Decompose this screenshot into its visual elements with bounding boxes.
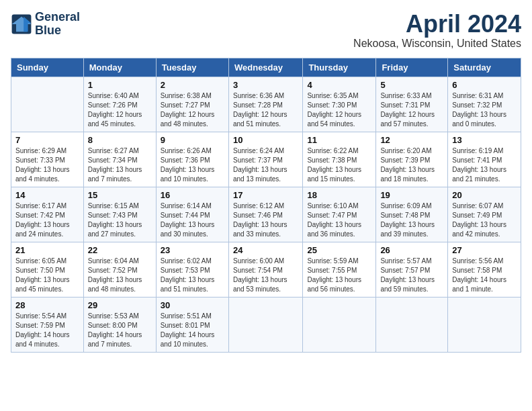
day-info: Sunrise: 6:26 AM Sunset: 7:36 PM Dayligh…: [161, 146, 224, 184]
calendar-cell: 5Sunrise: 6:33 AM Sunset: 7:31 PM Daylig…: [376, 77, 448, 132]
day-number: 16: [161, 190, 224, 200]
calendar-cell: 19Sunrise: 6:09 AM Sunset: 7:48 PM Dayli…: [376, 187, 448, 242]
day-info: Sunrise: 6:36 AM Sunset: 7:28 PM Dayligh…: [233, 91, 298, 129]
col-header-thursday: Thursday: [303, 58, 376, 77]
month-title: April 2024: [353, 11, 521, 38]
calendar-cell: 28Sunrise: 5:54 AM Sunset: 7:59 PM Dayli…: [11, 297, 84, 352]
calendar-table: SundayMondayTuesdayWednesdayThursdayFrid…: [11, 58, 521, 353]
calendar-cell: 6Sunrise: 6:31 AM Sunset: 7:32 PM Daylig…: [448, 77, 521, 132]
day-info: Sunrise: 5:59 AM Sunset: 7:55 PM Dayligh…: [307, 257, 371, 294]
calendar-cell: 23Sunrise: 6:02 AM Sunset: 7:53 PM Dayli…: [156, 242, 228, 297]
day-number: 28: [15, 300, 79, 310]
day-info: Sunrise: 6:35 AM Sunset: 7:30 PM Dayligh…: [307, 91, 371, 129]
day-info: Sunrise: 6:12 AM Sunset: 7:46 PM Dayligh…: [233, 201, 298, 239]
day-number: 3: [233, 80, 298, 90]
logo-line1: General: [35, 11, 80, 24]
day-info: Sunrise: 6:33 AM Sunset: 7:31 PM Dayligh…: [380, 91, 443, 129]
calendar-cell: 17Sunrise: 6:12 AM Sunset: 7:46 PM Dayli…: [228, 187, 302, 242]
calendar-cell: 3Sunrise: 6:36 AM Sunset: 7:28 PM Daylig…: [228, 77, 302, 132]
day-number: 23: [161, 245, 224, 255]
day-number: 18: [307, 190, 371, 200]
calendar-cell: 14Sunrise: 6:17 AM Sunset: 7:42 PM Dayli…: [11, 187, 84, 242]
calendar-cell: 9Sunrise: 6:26 AM Sunset: 7:36 PM Daylig…: [156, 132, 228, 187]
calendar-cell: 2Sunrise: 6:38 AM Sunset: 7:27 PM Daylig…: [156, 77, 228, 132]
day-info: Sunrise: 6:20 AM Sunset: 7:39 PM Dayligh…: [380, 146, 443, 184]
calendar-cell: 22Sunrise: 6:04 AM Sunset: 7:52 PM Dayli…: [83, 242, 156, 297]
logo-icon: [11, 13, 32, 35]
col-header-wednesday: Wednesday: [228, 58, 302, 77]
day-number: 2: [161, 80, 224, 90]
calendar-cell: 7Sunrise: 6:29 AM Sunset: 7:33 PM Daylig…: [11, 132, 84, 187]
day-number: 12: [380, 135, 443, 145]
day-number: 1: [88, 80, 152, 90]
day-info: Sunrise: 6:10 AM Sunset: 7:47 PM Dayligh…: [307, 201, 371, 239]
calendar-cell: 11Sunrise: 6:22 AM Sunset: 7:38 PM Dayli…: [303, 132, 376, 187]
day-info: Sunrise: 6:14 AM Sunset: 7:44 PM Dayligh…: [161, 201, 224, 239]
calendar-cell: 21Sunrise: 6:05 AM Sunset: 7:50 PM Dayli…: [11, 242, 84, 297]
day-info: Sunrise: 6:02 AM Sunset: 7:53 PM Dayligh…: [161, 257, 224, 294]
logo-text: General Blue: [35, 11, 80, 38]
day-info: Sunrise: 6:07 AM Sunset: 7:49 PM Dayligh…: [452, 201, 517, 239]
day-number: 10: [233, 135, 298, 145]
day-info: Sunrise: 6:31 AM Sunset: 7:32 PM Dayligh…: [452, 91, 517, 129]
day-number: 15: [88, 190, 152, 200]
day-info: Sunrise: 6:05 AM Sunset: 7:50 PM Dayligh…: [15, 257, 79, 294]
day-info: Sunrise: 5:57 AM Sunset: 7:57 PM Dayligh…: [380, 257, 443, 294]
day-number: 14: [15, 190, 79, 200]
day-number: 7: [15, 135, 79, 145]
day-info: Sunrise: 6:29 AM Sunset: 7:33 PM Dayligh…: [15, 146, 79, 184]
day-info: Sunrise: 6:22 AM Sunset: 7:38 PM Dayligh…: [307, 146, 371, 184]
calendar-cell: [228, 297, 302, 352]
calendar-cell: 16Sunrise: 6:14 AM Sunset: 7:44 PM Dayli…: [156, 187, 228, 242]
logo: General Blue: [11, 11, 80, 38]
day-info: Sunrise: 6:09 AM Sunset: 7:48 PM Dayligh…: [380, 201, 443, 239]
day-info: Sunrise: 5:53 AM Sunset: 8:00 PM Dayligh…: [88, 312, 152, 349]
calendar-header-row: SundayMondayTuesdayWednesdayThursdayFrid…: [11, 58, 521, 77]
calendar-cell: 27Sunrise: 5:56 AM Sunset: 7:58 PM Dayli…: [448, 242, 521, 297]
calendar-cell: 18Sunrise: 6:10 AM Sunset: 7:47 PM Dayli…: [303, 187, 376, 242]
day-number: 5: [380, 80, 443, 90]
calendar-cell: 10Sunrise: 6:24 AM Sunset: 7:37 PM Dayli…: [228, 132, 302, 187]
day-info: Sunrise: 5:54 AM Sunset: 7:59 PM Dayligh…: [15, 312, 79, 349]
col-header-tuesday: Tuesday: [156, 58, 228, 77]
calendar-cell: 26Sunrise: 5:57 AM Sunset: 7:57 PM Dayli…: [376, 242, 448, 297]
calendar-cell: 8Sunrise: 6:27 AM Sunset: 7:34 PM Daylig…: [83, 132, 156, 187]
week-row-1: 1Sunrise: 6:40 AM Sunset: 7:26 PM Daylig…: [11, 77, 521, 132]
day-number: 26: [380, 245, 443, 255]
week-row-2: 7Sunrise: 6:29 AM Sunset: 7:33 PM Daylig…: [11, 132, 521, 187]
calendar-cell: 29Sunrise: 5:53 AM Sunset: 8:00 PM Dayli…: [83, 297, 156, 352]
header: General Blue April 2024 Nekoosa, Wiscons…: [11, 11, 521, 50]
day-info: Sunrise: 6:00 AM Sunset: 7:54 PM Dayligh…: [233, 257, 298, 294]
calendar-cell: [303, 297, 376, 352]
day-number: 27: [452, 245, 517, 255]
day-info: Sunrise: 6:38 AM Sunset: 7:27 PM Dayligh…: [161, 91, 224, 129]
calendar-cell: 13Sunrise: 6:19 AM Sunset: 7:41 PM Dayli…: [448, 132, 521, 187]
calendar-cell: 24Sunrise: 6:00 AM Sunset: 7:54 PM Dayli…: [228, 242, 302, 297]
day-number: 29: [88, 300, 152, 310]
day-number: 20: [452, 190, 517, 200]
logo-line2: Blue: [35, 24, 80, 38]
day-number: 25: [307, 245, 371, 255]
calendar-cell: 30Sunrise: 5:51 AM Sunset: 8:01 PM Dayli…: [156, 297, 228, 352]
col-header-sunday: Sunday: [11, 58, 84, 77]
day-number: 19: [380, 190, 443, 200]
day-number: 6: [452, 80, 517, 90]
day-number: 24: [233, 245, 298, 255]
calendar-cell: [11, 77, 84, 132]
day-number: 13: [452, 135, 517, 145]
day-info: Sunrise: 5:51 AM Sunset: 8:01 PM Dayligh…: [161, 312, 224, 349]
day-number: 11: [307, 135, 371, 145]
day-info: Sunrise: 6:15 AM Sunset: 7:43 PM Dayligh…: [88, 201, 152, 239]
calendar-cell: 15Sunrise: 6:15 AM Sunset: 7:43 PM Dayli…: [83, 187, 156, 242]
col-header-saturday: Saturday: [448, 58, 521, 77]
calendar-cell: 12Sunrise: 6:20 AM Sunset: 7:39 PM Dayli…: [376, 132, 448, 187]
day-number: 4: [307, 80, 371, 90]
week-row-3: 14Sunrise: 6:17 AM Sunset: 7:42 PM Dayli…: [11, 187, 521, 242]
calendar-cell: [376, 297, 448, 352]
day-info: Sunrise: 5:56 AM Sunset: 7:58 PM Dayligh…: [452, 257, 517, 294]
day-info: Sunrise: 6:27 AM Sunset: 7:34 PM Dayligh…: [88, 146, 152, 184]
day-number: 21: [15, 245, 79, 255]
day-info: Sunrise: 6:40 AM Sunset: 7:26 PM Dayligh…: [88, 91, 152, 129]
day-info: Sunrise: 6:24 AM Sunset: 7:37 PM Dayligh…: [233, 146, 298, 184]
day-number: 17: [233, 190, 298, 200]
